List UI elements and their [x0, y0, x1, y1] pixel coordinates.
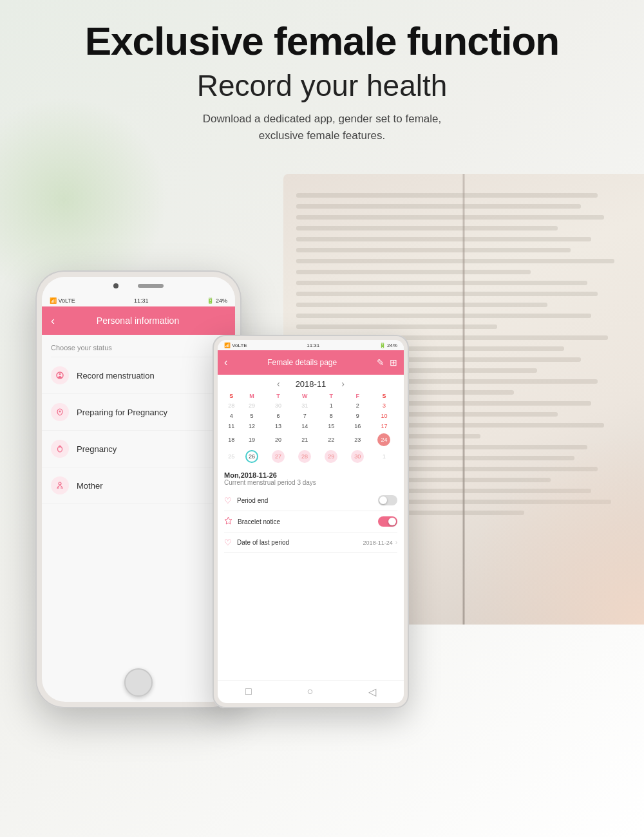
cal-day[interactable]: 10 [371, 411, 397, 421]
cal-day[interactable]: 15 [318, 421, 345, 431]
period-end-label: Period end [237, 497, 378, 504]
cal-day[interactable]: 16 [345, 421, 371, 431]
cal-day[interactable]: 19 [238, 431, 265, 448]
menu-item-pregnancy[interactable]: Pregnancy › [42, 431, 235, 467]
bracelet-icon [224, 516, 232, 527]
record-label: Record menstruation [77, 371, 223, 381]
menu-item-record[interactable]: Record menstruation › [42, 357, 235, 394]
cal-day[interactable]: 8 [318, 411, 345, 421]
cal-day-24[interactable]: 24 [371, 431, 397, 448]
subtitle: Record your health [0, 68, 644, 103]
calendar-nav: ‹ 2018-11 › [224, 379, 397, 389]
bracelet-notice-toggle[interactable] [378, 516, 397, 527]
next-month-button[interactable]: › [341, 379, 345, 389]
cal-day[interactable]: 29 [238, 400, 265, 411]
cal-day[interactable]: 17 [371, 421, 397, 431]
bracelet-notice-row: Bracelet notice [224, 511, 397, 532]
last-period-label: Date of last period [237, 539, 363, 546]
cal-day[interactable]: 28 [292, 448, 318, 465]
nav-back-icon[interactable]: ◁ [368, 686, 376, 698]
cal-day[interactable]: 11 [224, 421, 238, 431]
cal-day[interactable]: 27 [265, 448, 292, 465]
phone2-status-bar: 📶 VoLTE 11:31 🔋 24% [218, 340, 404, 350]
cal-day[interactable]: 3 [371, 400, 397, 411]
period-text: Current menstrual period 3 days [224, 479, 397, 486]
calendar-grid: S M T W T F S 28 29 30 31 1 [224, 391, 397, 465]
pregnancy-label: Pregnancy [77, 444, 223, 454]
choose-status-label: Choose your status [42, 335, 235, 357]
menu-item-mother[interactable]: Mother › [42, 467, 235, 504]
cal-week-4: 18 19 20 21 22 23 24 [224, 431, 397, 448]
cal-header-thu: T [318, 391, 345, 400]
cal-day[interactable]: 1 [318, 400, 345, 411]
calendar: ‹ 2018-11 › S M T W T F S [218, 375, 404, 469]
last-period-row[interactable]: ♡ Date of last period 2018-11-24 › [224, 532, 397, 553]
cal-day[interactable]: 31 [292, 400, 318, 411]
nav-circle-icon[interactable]: ○ [307, 686, 313, 698]
cal-header-sat: S [371, 391, 397, 400]
cal-day[interactable]: 28 [224, 400, 238, 411]
phone1-back-button[interactable]: ‹ [51, 314, 55, 328]
cal-day[interactable]: 13 [265, 421, 292, 431]
preparing-label: Preparing for Pregnancy [77, 408, 223, 417]
svg-point-5 [59, 482, 61, 485]
cal-day[interactable]: 22 [318, 431, 345, 448]
record-icon [51, 366, 69, 384]
phone1-speaker [138, 284, 164, 288]
cal-day[interactable]: 30 [265, 400, 292, 411]
period-end-row: ♡ Period end [224, 490, 397, 511]
phone1-screen-title: Personal information [61, 315, 214, 326]
period-end-toggle[interactable] [378, 495, 397, 505]
cal-day[interactable]: 4 [224, 411, 238, 421]
phone1-camera [113, 283, 118, 288]
cal-day[interactable]: 20 [265, 431, 292, 448]
phone1-status-time: 11:31 [134, 297, 149, 304]
phone2-status-left: 📶 VoLTE [224, 343, 247, 348]
book-hand [451, 431, 644, 625]
svg-point-1 [59, 373, 61, 375]
bracelet-notice-label: Bracelet notice [238, 518, 378, 525]
cal-week-3: 11 12 13 14 15 16 17 [224, 421, 397, 431]
cal-day-today[interactable]: 26 [238, 448, 265, 465]
cal-day[interactable]: 21 [292, 431, 318, 448]
prev-month-button[interactable]: ‹ [277, 379, 280, 389]
phone1-status-left: 📶 VoLTE [50, 297, 75, 304]
cal-header-tue: T [265, 391, 292, 400]
cal-header-wed: W [292, 391, 318, 400]
cal-day[interactable]: 5 [238, 411, 265, 421]
cal-day[interactable]: 30 [345, 448, 371, 465]
share-icon[interactable]: ⊞ [390, 357, 397, 368]
cal-day[interactable]: 29 [318, 448, 345, 465]
selected-date: Mon,2018-11-26 [224, 471, 397, 479]
edit-icon[interactable]: ✎ [377, 357, 384, 368]
cal-day[interactable]: 7 [292, 411, 318, 421]
cal-header-fri: F [345, 391, 371, 400]
cal-day[interactable]: 14 [292, 421, 318, 431]
period-end-icon: ♡ [224, 496, 232, 505]
cal-day[interactable]: 12 [238, 421, 265, 431]
cal-day[interactable]: 23 [345, 431, 371, 448]
cal-day[interactable]: 18 [224, 431, 238, 448]
main-title: Exclusive female function [0, 19, 644, 63]
cal-day[interactable]: 1 [371, 448, 397, 465]
cal-day[interactable]: 2 [345, 400, 371, 411]
phone1-device: 📶 VoLTE 11:31 🔋 24% ‹ Personal informati… [35, 270, 242, 708]
nav-square-icon[interactable]: □ [245, 686, 252, 698]
phone1-top-bar [42, 277, 235, 295]
svg-point-2 [59, 411, 61, 413]
cal-day[interactable]: 25 [224, 448, 238, 465]
description: Download a dedicated app, gender set to … [0, 111, 644, 144]
pregnancy-icon [51, 440, 69, 458]
phone1-status-right: 🔋 24% [207, 297, 227, 304]
cal-day[interactable]: 6 [265, 411, 292, 421]
menu-item-preparing[interactable]: Preparing for Pregnancy › [42, 394, 235, 431]
cal-day[interactable]: 9 [345, 411, 371, 421]
phone1-home-button[interactable] [124, 668, 153, 697]
phone2-device: 📶 VoLTE 11:31 🔋 24% ‹ Female details pag… [213, 335, 409, 708]
cal-week-5: 25 26 27 28 29 30 1 [224, 448, 397, 465]
last-period-chevron: › [395, 539, 397, 546]
cal-header-sun: S [224, 391, 238, 400]
phone2-header-icons: ✎ ⊞ [377, 357, 397, 368]
phone2-header: ‹ Female details page ✎ ⊞ [218, 350, 404, 375]
last-period-date: 2018-11-24 [363, 540, 393, 546]
